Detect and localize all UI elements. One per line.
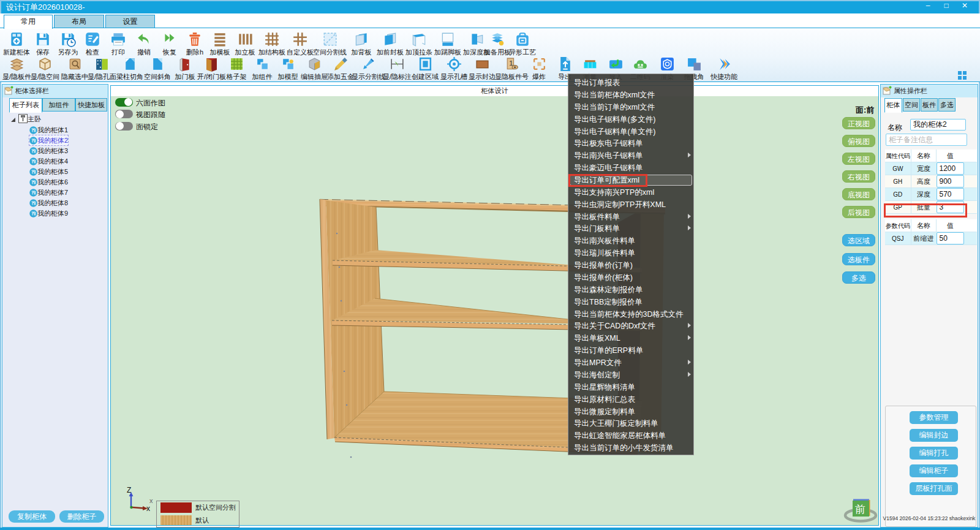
svg-text:x: x [149, 497, 153, 504]
svg-text:x: x [146, 504, 150, 513]
svg-text:1: 1 [509, 59, 513, 67]
svg-text:前: 前 [855, 504, 865, 515]
